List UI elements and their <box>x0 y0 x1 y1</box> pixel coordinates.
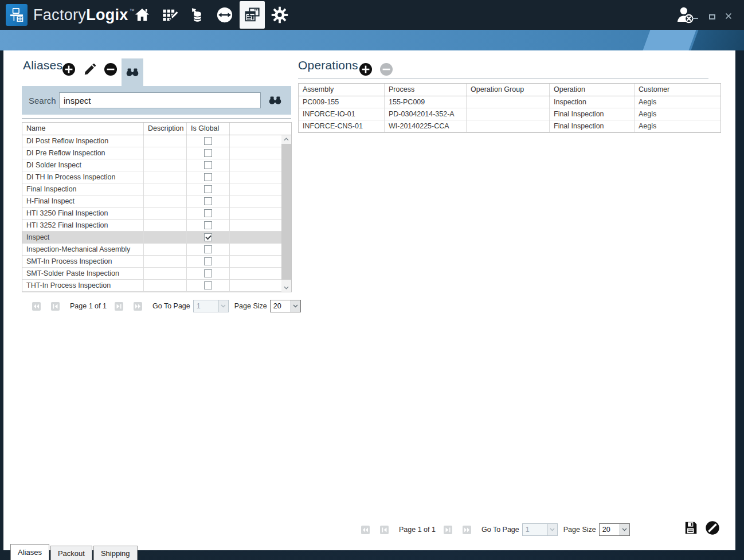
last-page-button[interactable] <box>463 526 471 534</box>
nav-home-button[interactable] <box>130 1 155 29</box>
column-header-operation-group[interactable]: Operation Group <box>467 84 550 96</box>
binoculars-icon <box>268 93 282 107</box>
alias-is-global-cell <box>187 195 230 207</box>
alias-empty-cell <box>230 256 281 267</box>
tab-shipping[interactable]: Shipping <box>93 546 138 560</box>
nav-sync-button[interactable] <box>212 1 237 29</box>
alias-empty-cell <box>230 268 281 279</box>
tab-packout[interactable]: Packout <box>50 546 92 560</box>
page-size-label: Page Size <box>563 526 596 534</box>
operation-row[interactable]: INFORCE-CNS-01WI-20140225-CCAFinal Inspe… <box>299 120 720 132</box>
column-header-operation[interactable]: Operation <box>550 84 635 96</box>
close-icon <box>725 13 732 19</box>
scrollbar-thumb[interactable] <box>281 144 291 280</box>
goto-page-label: Go To Page <box>152 302 190 310</box>
remove-icon-disabled <box>379 62 393 76</box>
alias-description-cell <box>144 171 187 183</box>
operation-assembly-cell: INFORCE-IO-01 <box>299 108 385 120</box>
application-window: FactoryLogix™ <box>0 0 744 560</box>
save-button[interactable] <box>683 520 698 535</box>
remove-operation-button[interactable] <box>379 62 393 76</box>
add-operation-button[interactable] <box>359 62 373 76</box>
operation-operation-cell: Final Inspection <box>550 120 635 132</box>
goto-page-combobox[interactable]: 1 <box>522 523 558 536</box>
operation-row[interactable]: INFORCE-IO-01PD-03042014-352-AFinal Insp… <box>299 108 720 120</box>
is-global-checkbox[interactable] <box>204 245 212 253</box>
alias-description-cell <box>144 220 187 231</box>
alias-empty-cell <box>230 232 281 243</box>
is-global-checkbox[interactable] <box>204 173 212 181</box>
next-page-button[interactable] <box>444 526 452 534</box>
alias-description-cell <box>144 280 187 291</box>
alias-description-cell <box>144 183 187 195</box>
alias-empty-cell <box>230 207 281 219</box>
documents-icon <box>244 6 261 24</box>
page-size-value: 20 <box>271 300 291 312</box>
column-header-process[interactable]: Process <box>385 84 467 96</box>
chevron-down-icon[interactable] <box>291 300 300 312</box>
alias-empty-cell <box>230 159 281 171</box>
first-page-button[interactable] <box>361 526 370 534</box>
main-nav <box>130 0 295 30</box>
operation-group-cell <box>467 120 550 132</box>
nav-database-import-button[interactable] <box>185 1 210 29</box>
window-controls <box>691 13 733 19</box>
minimize-button[interactable] <box>691 13 699 19</box>
alias-is-global-cell <box>187 147 230 159</box>
column-header-assembly[interactable]: Assembly <box>299 84 385 96</box>
vertical-scrollbar[interactable] <box>281 135 291 292</box>
operation-row[interactable]: PC009-155155-PC009InspectionAegis <box>299 96 720 108</box>
is-global-checkbox[interactable] <box>204 209 212 217</box>
is-global-checkbox[interactable] <box>204 221 212 229</box>
is-global-checkbox[interactable] <box>204 281 212 289</box>
operations-table: Assembly Process Operation Group Operati… <box>298 83 721 133</box>
operations-pager: Page 1 of 1 Go To Page 1 Page Size 20 <box>361 523 630 536</box>
band-streak <box>641 30 697 50</box>
operation-customer-cell: Aegis <box>635 96 720 108</box>
alias-is-global-cell <box>187 220 230 231</box>
close-button[interactable] <box>725 13 733 19</box>
operation-operation-cell: Final Inspection <box>550 108 635 120</box>
chevron-down-icon[interactable] <box>218 300 228 312</box>
column-header-is-global[interactable]: Is Global <box>187 123 230 135</box>
nav-documents-button[interactable] <box>240 1 265 29</box>
goto-page-combobox[interactable]: 1 <box>193 300 229 312</box>
chevron-down-icon[interactable] <box>620 524 629 535</box>
page-size-combobox[interactable]: 20 <box>270 300 301 312</box>
settings-icon <box>271 6 288 24</box>
is-global-checkbox[interactable] <box>204 185 212 193</box>
scroll-up-icon[interactable] <box>281 135 291 143</box>
is-global-checkbox[interactable] <box>204 233 212 241</box>
is-global-checkbox[interactable] <box>204 197 212 205</box>
alias-empty-cell <box>230 147 281 159</box>
nav-settings-button[interactable] <box>267 1 292 29</box>
chevron-down-icon[interactable] <box>547 524 557 535</box>
cancel-button[interactable] <box>705 520 720 535</box>
tab-label: Packout <box>58 549 85 558</box>
column-header-description[interactable]: Description <box>144 123 187 135</box>
alias-empty-cell <box>230 244 281 255</box>
alias-is-global-cell <box>187 159 230 171</box>
column-header-customer[interactable]: Customer <box>635 84 720 96</box>
operations-table-body: PC009-155155-PC009InspectionAegisINFORCE… <box>299 96 720 132</box>
run-search-button[interactable] <box>268 93 282 109</box>
maximize-button[interactable] <box>708 13 716 19</box>
scroll-down-icon[interactable] <box>281 284 291 292</box>
nav-table-edit-button[interactable] <box>157 1 182 29</box>
cancel-icon <box>705 520 720 535</box>
is-global-checkbox[interactable] <box>204 161 212 169</box>
brand-text: FactoryLogix™ <box>33 0 135 30</box>
is-global-checkbox[interactable] <box>204 149 212 157</box>
prev-page-button[interactable] <box>380 526 389 534</box>
alias-is-global-cell <box>187 280 230 291</box>
alias-empty-cell <box>230 135 281 147</box>
is-global-checkbox[interactable] <box>204 257 212 265</box>
alias-description-cell <box>144 195 187 207</box>
operation-group-cell <box>467 96 550 108</box>
page-size-combobox[interactable]: 20 <box>599 523 630 536</box>
is-global-checkbox[interactable] <box>204 137 212 145</box>
tab-aliases[interactable]: Aliases <box>10 544 49 560</box>
alias-empty-cell <box>230 171 281 183</box>
sync-icon <box>216 6 233 24</box>
is-global-checkbox[interactable] <box>204 269 212 277</box>
